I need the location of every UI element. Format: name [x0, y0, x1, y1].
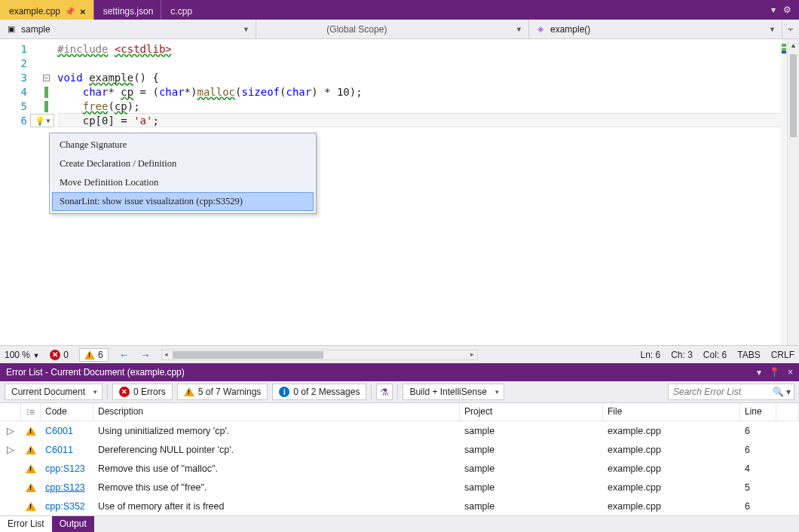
error-list-title-bar: Error List - Current Document (example.c… — [0, 363, 799, 381]
severity-column-header[interactable]: ⁝≡ — [21, 403, 41, 420]
description-column-header[interactable]: Description — [93, 403, 460, 420]
indent-mode[interactable]: TABS — [737, 350, 760, 360]
code-editor[interactable]: 123456 − #include <cstdlib>void example(… — [0, 39, 799, 345]
horizontal-scrollbar[interactable]: ◂ ▸ — [161, 350, 478, 360]
bottom-panel-tabs: Error List Output — [0, 515, 799, 532]
cursor-col[interactable]: Col: 6 — [703, 350, 727, 360]
nav-scope-project[interactable]: ▣ sample ▼ — [0, 20, 256, 38]
nav-scope-label: sample — [21, 24, 51, 35]
code-link[interactable]: cpp:S123 — [45, 463, 85, 474]
scope-combo[interactable]: Current Document — [5, 384, 103, 400]
project-icon: ▣ — [6, 24, 17, 35]
source-combo[interactable]: Build + IntelliSense — [403, 384, 504, 400]
scroll-up-icon[interactable]: ▲ — [788, 39, 799, 51]
lightbulb-icon: 💡 — [35, 116, 45, 126]
document-tabs: example.cpp 📌 × settings.json c.cpp ▾ ⚙ — [0, 0, 799, 20]
pin-icon[interactable]: 📍 — [769, 367, 780, 378]
line-number-gutter: 123456 — [0, 39, 35, 345]
error-list-toolbar: Current Document ✕0 Errors 5 of 7 Warnin… — [0, 381, 799, 403]
settings-gear-icon[interactable]: ⚙ — [783, 5, 791, 15]
zoom-combo[interactable]: 100 % ▼ — [5, 350, 39, 360]
project-column-header[interactable]: Project — [460, 403, 603, 420]
line-column-header[interactable]: Line — [740, 403, 776, 420]
warning-icon — [26, 427, 36, 436]
editor-status-bar: 100 % ▼ ✕0 6 ← → ◂ ▸ Ln: 6 Ch: 3 Col: 6 … — [0, 345, 799, 363]
close-icon[interactable]: × — [80, 6, 86, 17]
messages-filter[interactable]: i0 of 2 Messages — [272, 384, 366, 400]
error-row[interactable]: cpp:S123Remove this use of "malloc".samp… — [0, 459, 799, 478]
quickfix-menu: Change SignatureCreate Declaration / Def… — [49, 133, 317, 214]
error-count[interactable]: ✕0 — [50, 350, 69, 360]
warning-icon — [26, 483, 36, 492]
overview-ruler[interactable] — [781, 39, 787, 345]
scrollbar-thumb[interactable] — [790, 54, 797, 137]
code-link[interactable]: cpp:S352 — [45, 501, 85, 512]
nav-scope-namespace[interactable]: (Global Scope) ▼ — [256, 20, 529, 38]
grid-header[interactable]: ⁝≡ Code Description Project File Line — [0, 403, 799, 421]
cursor-line[interactable]: Ln: 6 — [640, 350, 660, 360]
chevron-down-icon: ▼ — [47, 118, 51, 124]
tab-label: example.cpp — [9, 6, 60, 17]
scroll-right-icon[interactable]: ▸ — [468, 350, 477, 358]
nav-forward-icon[interactable]: → — [140, 349, 151, 361]
eol-mode[interactable]: CRLF — [771, 350, 794, 360]
warning-count[interactable]: 6 — [79, 348, 109, 362]
tab-settings-json[interactable]: settings.json — [94, 0, 161, 20]
quickfix-item[interactable]: Move Definition Location — [52, 173, 314, 192]
warning-icon — [26, 445, 36, 454]
quickfix-item[interactable]: Change Signature — [52, 136, 314, 154]
nav-back-icon[interactable]: ← — [119, 349, 130, 361]
warnings-filter[interactable]: 5 of 7 Warnings — [177, 384, 268, 400]
warning-icon — [26, 502, 36, 511]
tab-error-list[interactable]: Error List — [0, 516, 52, 532]
error-list-grid: ⁝≡ Code Description Project File Line ▷C… — [0, 403, 799, 515]
nav-scope-label: example() — [550, 24, 590, 35]
file-column-header[interactable]: File — [603, 403, 740, 420]
code-link[interactable]: C6001 — [45, 426, 73, 436]
error-row[interactable]: ▷C6011Dereferencing NULL pointer 'cp'.sa… — [0, 440, 799, 459]
search-error-list[interactable]: 🔍 ▾ — [668, 384, 794, 400]
code-column-header[interactable]: Code — [41, 403, 93, 420]
nav-scope-label: (Global Scope) — [326, 24, 387, 35]
cursor-char[interactable]: Ch: 3 — [671, 350, 693, 360]
lightbulb-quickfix[interactable]: 💡 ▼ — [30, 114, 54, 127]
quickfix-item[interactable]: Create Declaration / Definition — [52, 154, 314, 173]
search-icon: 🔍 ▾ — [773, 387, 791, 397]
error-row[interactable]: cpp:S352Use of memory after it is freeds… — [0, 497, 799, 515]
panel-title: Error List - Current Document (example.c… — [6, 367, 185, 378]
close-icon[interactable]: × — [788, 367, 793, 378]
tab-label: c.cpp — [170, 6, 192, 17]
nav-scope-function[interactable]: ◈ example() ▼ — [529, 20, 782, 38]
code-link[interactable]: C6011 — [45, 445, 73, 455]
navigation-bar: ▣ sample ▼ (Global Scope) ▼ ◈ example() … — [0, 20, 799, 39]
code-link[interactable]: cpp:S123 — [45, 482, 85, 493]
errors-filter[interactable]: ✕0 Errors — [112, 384, 173, 400]
function-icon: ◈ — [535, 24, 546, 35]
panel-menu-icon[interactable]: ▾ — [757, 367, 761, 378]
tab-c-cpp[interactable]: c.cpp — [161, 0, 200, 20]
pin-icon[interactable]: 📌 — [65, 7, 75, 17]
error-row[interactable]: ▷C6001Using uninitialized memory 'cp'.sa… — [0, 421, 799, 440]
scroll-left-icon[interactable]: ◂ — [162, 350, 171, 358]
tab-example-cpp[interactable]: example.cpp 📌 × — [0, 0, 93, 20]
tab-label: settings.json — [103, 6, 154, 17]
scrollbar-thumb[interactable] — [173, 351, 323, 359]
warning-icon — [26, 464, 36, 473]
split-editor-icon[interactable]: ⫟ — [782, 20, 799, 38]
quickfix-item[interactable]: SonarLint: show issue visualization (cpp… — [52, 192, 314, 211]
tab-output[interactable]: Output — [52, 516, 94, 532]
window-menu-icon[interactable]: ▾ — [771, 5, 776, 15]
vertical-scrollbar[interactable]: ▲ — [787, 39, 799, 345]
error-row[interactable]: cpp:S123Remove this use of "free".sample… — [0, 478, 799, 497]
clear-filter-button[interactable]: ⚗ — [376, 384, 393, 400]
